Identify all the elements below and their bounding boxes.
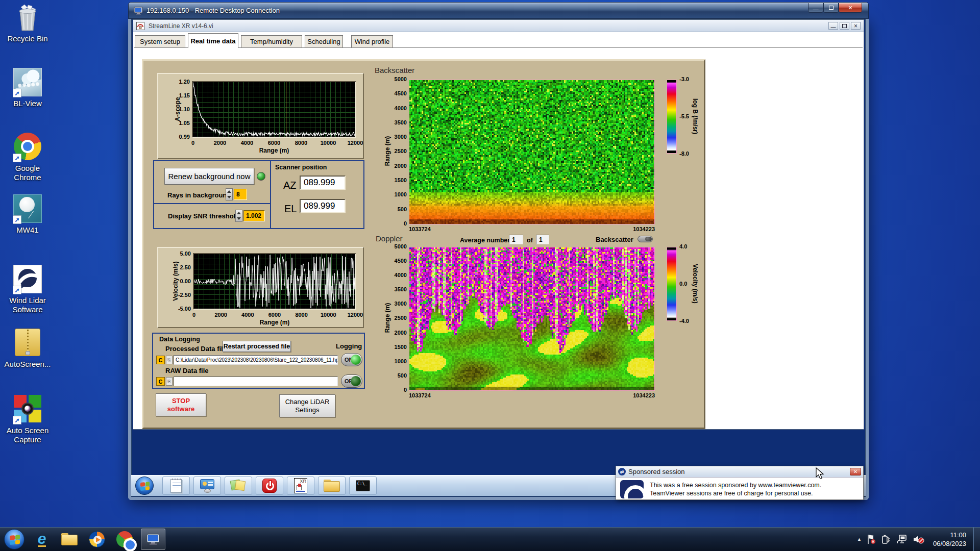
backscatter-toggle-slider[interactable]: [638, 236, 653, 242]
az-value-field[interactable]: 089.999: [300, 176, 346, 190]
google-chrome-icon: ➚: [13, 133, 42, 162]
average-count-field[interactable]: 1: [536, 235, 549, 244]
remote-taskbar-cmd-icon[interactable]: C:\_: [349, 477, 377, 495]
average-number-field[interactable]: 1: [509, 235, 523, 244]
tick-label: 3000: [395, 134, 407, 140]
start-button[interactable]: [4, 529, 24, 549]
tick-label: -2.50: [178, 292, 191, 298]
shortcut-arrow-icon: ➚: [13, 154, 21, 162]
el-label: EL: [284, 203, 297, 215]
tab-temp-humidity[interactable]: Temp/humidity: [241, 35, 302, 47]
taskbar-media-player-icon[interactable]: [87, 529, 107, 549]
teamviewer-close-button[interactable]: ✕: [850, 468, 861, 475]
tick-label: 2500: [395, 148, 407, 154]
taskbar-chrome-icon[interactable]: [114, 529, 135, 549]
processed-path-field[interactable]: C:\Lidar\Data\Proc\2023\202308\20230806\…: [174, 355, 338, 365]
desktop-icon-wind-lidar[interactable]: ➚ Wind Lidar Software: [1, 264, 54, 314]
velocity-frame: Velocity (m/s) 5.002.500.00-2.50-5.00 02…: [157, 247, 364, 328]
tray-show-hidden-icons[interactable]: ▲: [857, 537, 862, 542]
rays-value-field[interactable]: 8: [234, 189, 247, 200]
remote-taskbar-stop-app-icon[interactable]: [256, 477, 283, 495]
processed-drive-box[interactable]: C: [156, 356, 165, 364]
shortcut-arrow-icon: ➚: [13, 89, 21, 97]
remote-start-button[interactable]: [135, 477, 154, 495]
taskbar-ie-icon[interactable]: e: [32, 529, 52, 549]
el-value-field[interactable]: 089.999: [300, 199, 346, 213]
zip-folder-icon: [13, 329, 42, 358]
snr-value-field[interactable]: 1.002: [243, 210, 265, 221]
remote-taskbar-notepad-icon[interactable]: [162, 477, 190, 495]
ascope-canvas: [193, 82, 355, 137]
desktop-icon-mw41[interactable]: ➚ MW41: [1, 194, 54, 235]
stop-software-button[interactable]: STOPsoftware: [156, 393, 206, 416]
tick-label: -4.0: [679, 318, 689, 324]
remote-taskbar-control-panel-icon[interactable]: [193, 477, 221, 495]
rdp-close-button[interactable]: ×: [839, 3, 862, 13]
tick-label: 1000: [395, 359, 407, 364]
desktop-icon-label: Google Chrome: [1, 164, 54, 182]
raw-drive-box[interactable]: C: [156, 377, 165, 386]
desktop-icon-bl-view[interactable]: ➚ BL-View: [1, 67, 54, 108]
tick-label: -3.0: [679, 77, 689, 82]
rdp-monitor-icon: [134, 7, 143, 15]
tick-label: 2000: [395, 330, 407, 336]
tab-scheduling[interactable]: Scheduling: [305, 35, 343, 47]
rays-spinner[interactable]: [226, 188, 233, 201]
restart-processed-file-button[interactable]: Restart processed file: [223, 341, 291, 352]
raw-logging-toggle-off[interactable]: OFF: [341, 374, 362, 388]
backscatter-x-labels: 10337241034223: [409, 226, 655, 232]
auto-screen-capture-icon: ➚: [13, 395, 42, 424]
remote-taskbar-explorer-icon[interactable]: [318, 477, 346, 495]
average-number-label: Average number: [460, 237, 510, 244]
tab-wind-profile[interactable]: Wind profile: [351, 35, 393, 47]
tray-volume-muted-icon[interactable]: [913, 534, 925, 544]
rdp-maximize-button[interactable]: [823, 3, 839, 13]
tick-label: -8.0: [679, 151, 689, 157]
desktop-icon-auto-screen-capture[interactable]: ➚ Auto Screen Capture: [1, 394, 54, 444]
tab-real-time-data[interactable]: Real time data: [188, 33, 238, 48]
snr-spinner[interactable]: [235, 210, 242, 222]
change-lidar-settings-button[interactable]: Change LiDARSettings: [279, 394, 335, 417]
raw-path-field[interactable]: [174, 377, 338, 386]
tab-system-setup[interactable]: System setup: [135, 35, 185, 47]
tab-strip-line: [134, 47, 863, 48]
renew-background-button[interactable]: Renew background now: [164, 168, 254, 185]
tick-label: 1000: [395, 192, 407, 197]
app-titlebar[interactable]: StreamLine XR v14-6.vi — ×: [133, 20, 864, 32]
taskbar-rdp-window-button[interactable]: [141, 529, 165, 550]
processed-logging-toggle-on[interactable]: ON: [341, 353, 362, 366]
tick-label: 1.20: [179, 79, 190, 85]
tick-label: 10000: [315, 312, 341, 318]
background-controls-box: Renew background now Rays in background …: [153, 160, 271, 204]
tick-label: 1.05: [179, 120, 190, 126]
rdp-titlebar[interactable]: 192.168.0.150 - Remote Desktop Connectio…: [128, 2, 869, 19]
app-close-button[interactable]: ×: [851, 22, 861, 30]
remote-taskbar-streamline-xr-icon[interactable]: XR: [287, 477, 314, 495]
doppler-heatmap: [409, 247, 655, 391]
tray-network-icon[interactable]: [896, 534, 908, 544]
app-maximize-button[interactable]: [840, 22, 849, 30]
doppler-section-title: Doppler: [376, 234, 403, 243]
tray-action-center-flag-icon[interactable]: [867, 534, 876, 544]
tick-label: 2000: [207, 140, 233, 146]
remote-taskbar-sticky-notes-icon[interactable]: [225, 477, 252, 495]
desktop-icon-recycle-bin[interactable]: Recycle Bin: [1, 3, 54, 43]
desktop-icon-google-chrome[interactable]: ➚ Google Chrome: [1, 132, 54, 182]
app-minimize-button[interactable]: —: [828, 22, 838, 30]
desktop-icon-label: BL-View: [1, 99, 54, 108]
taskbar-clock[interactable]: 11:00 06/08/2023: [933, 531, 966, 548]
backscatter-toggle-label: Backscatter: [596, 236, 633, 243]
taskbar-explorer-icon[interactable]: [59, 529, 80, 549]
tick-label: 6000: [261, 312, 288, 318]
tray-power-plug-icon[interactable]: [881, 534, 891, 544]
main-panel: A-scope 1.201.151.101.050.99 02000400060…: [142, 59, 705, 429]
processed-browse-icon[interactable]: ⎘: [166, 356, 173, 364]
recycle-bin-icon: [13, 3, 42, 33]
raw-browse-icon[interactable]: ⎘: [166, 377, 173, 386]
desktop-icon-autoscreen-zip[interactable]: AutoScreen...: [1, 328, 54, 369]
show-desktop-button[interactable]: [973, 528, 980, 551]
rdp-minimize-button[interactable]: —: [808, 3, 823, 13]
scanner-position-box: Scanner position AZ 089.999 EL 089.999: [270, 160, 364, 229]
tick-label: 4000: [395, 106, 407, 111]
background-led-indicator: [257, 172, 265, 181]
